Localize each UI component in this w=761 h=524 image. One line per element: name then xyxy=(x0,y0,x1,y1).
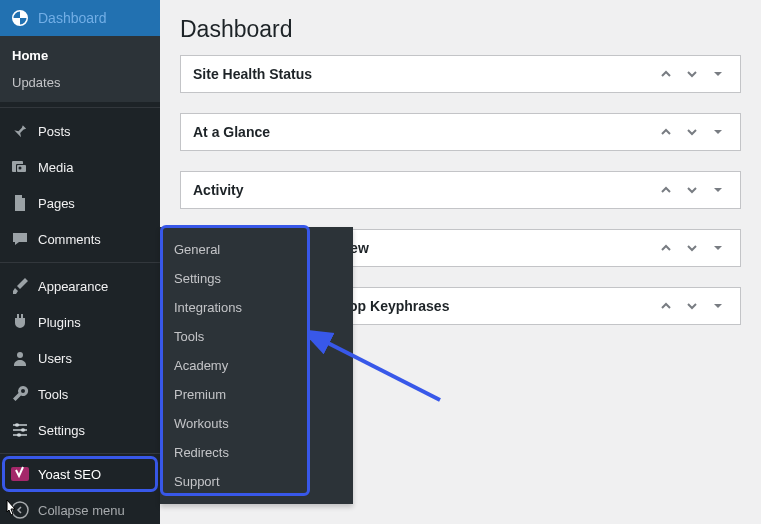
svg-point-8 xyxy=(15,423,19,427)
sidebar-item-settings[interactable]: Settings xyxy=(0,412,160,448)
toggle-panel-icon[interactable] xyxy=(708,180,728,200)
media-icon xyxy=(10,157,30,177)
dashboard-submenu: Home Updates xyxy=(0,36,160,102)
sidebar-item-pages[interactable]: Pages xyxy=(0,185,160,221)
metabox-title: At a Glance xyxy=(193,124,270,140)
sidebar-label: Tools xyxy=(38,387,68,402)
sidebar-sub-home[interactable]: Home xyxy=(0,42,160,69)
yoast-flyout-menu: General Settings Integrations Tools Acad… xyxy=(160,227,353,504)
svg-point-4 xyxy=(17,352,23,358)
sidebar-item-plugins[interactable]: Plugins xyxy=(0,304,160,340)
page-title: Dashboard xyxy=(180,0,741,55)
metabox-toggles xyxy=(656,122,728,142)
pin-icon xyxy=(10,121,30,141)
metabox-toggles xyxy=(656,238,728,258)
flyout-item-academy[interactable]: Academy xyxy=(160,351,353,380)
move-up-icon[interactable] xyxy=(656,122,676,142)
sidebar-label: Pages xyxy=(38,196,75,211)
sidebar-item-dashboard[interactable]: Dashboard xyxy=(0,0,160,36)
sidebar-label: Dashboard xyxy=(38,10,107,26)
wrench-icon xyxy=(10,384,30,404)
flyout-item-tools[interactable]: Tools xyxy=(160,322,353,351)
flyout-item-support[interactable]: Support xyxy=(160,467,353,496)
sidebar-sub-updates[interactable]: Updates xyxy=(0,69,160,96)
sidebar-item-appearance[interactable]: Appearance xyxy=(0,268,160,304)
metabox-toggles xyxy=(656,296,728,316)
svg-rect-2 xyxy=(17,165,26,172)
sidebar-item-posts[interactable]: Posts xyxy=(0,113,160,149)
move-down-icon[interactable] xyxy=(682,122,702,142)
svg-point-9 xyxy=(21,428,25,432)
plug-icon xyxy=(10,312,30,332)
move-up-icon[interactable] xyxy=(656,296,676,316)
sidebar-label: Plugins xyxy=(38,315,81,330)
move-down-icon[interactable] xyxy=(682,180,702,200)
metabox-site-health[interactable]: Site Health Status xyxy=(180,55,741,93)
svg-point-3 xyxy=(19,167,22,170)
flyout-item-integrations[interactable]: Integrations xyxy=(160,293,353,322)
move-down-icon[interactable] xyxy=(682,238,702,258)
page-icon xyxy=(10,193,30,213)
toggle-panel-icon[interactable] xyxy=(708,296,728,316)
dashboard-icon xyxy=(10,8,30,28)
comment-icon xyxy=(10,229,30,249)
flyout-item-redirects[interactable]: Redirects xyxy=(160,438,353,467)
brush-icon xyxy=(10,276,30,296)
collapse-icon xyxy=(10,500,30,520)
flyout-item-workouts[interactable]: Workouts xyxy=(160,409,353,438)
toggle-panel-icon[interactable] xyxy=(708,64,728,84)
flyout-item-general[interactable]: General xyxy=(160,235,353,264)
sidebar-item-media[interactable]: Media xyxy=(0,149,160,185)
admin-sidebar: Dashboard Home Updates Posts Media Pages… xyxy=(0,0,160,524)
metabox-title: Activity xyxy=(193,182,244,198)
move-up-icon[interactable] xyxy=(656,180,676,200)
sidebar-label: Appearance xyxy=(38,279,108,294)
sliders-icon xyxy=(10,420,30,440)
metabox-toggles xyxy=(656,64,728,84)
collapse-label: Collapse menu xyxy=(38,503,125,518)
move-up-icon[interactable] xyxy=(656,64,676,84)
flyout-item-settings[interactable]: Settings xyxy=(160,264,353,293)
flyout-item-premium[interactable]: Premium xyxy=(160,380,353,409)
sidebar-label: Media xyxy=(38,160,73,175)
svg-point-12 xyxy=(12,502,28,518)
sidebar-label: Settings xyxy=(38,423,85,438)
move-down-icon[interactable] xyxy=(682,64,702,84)
metabox-activity[interactable]: Activity xyxy=(180,171,741,209)
sidebar-item-comments[interactable]: Comments xyxy=(0,221,160,257)
sidebar-label: Posts xyxy=(38,124,71,139)
user-icon xyxy=(10,348,30,368)
collapse-menu-button[interactable]: Collapse menu xyxy=(0,492,160,524)
metabox-toggles xyxy=(656,180,728,200)
sidebar-item-tools[interactable]: Tools xyxy=(0,376,160,412)
sidebar-label: Comments xyxy=(38,232,101,247)
svg-point-10 xyxy=(17,433,21,437)
toggle-panel-icon[interactable] xyxy=(708,238,728,258)
yoast-icon xyxy=(10,464,30,484)
move-down-icon[interactable] xyxy=(682,296,702,316)
sidebar-label: Yoast SEO xyxy=(38,467,101,482)
move-up-icon[interactable] xyxy=(656,238,676,258)
metabox-title: Site Health Status xyxy=(193,66,312,82)
sidebar-item-yoast-seo[interactable]: Yoast SEO xyxy=(5,459,155,489)
toggle-panel-icon[interactable] xyxy=(708,122,728,142)
sidebar-label: Users xyxy=(38,351,72,366)
sidebar-item-users[interactable]: Users xyxy=(0,340,160,376)
metabox-at-a-glance[interactable]: At a Glance xyxy=(180,113,741,151)
